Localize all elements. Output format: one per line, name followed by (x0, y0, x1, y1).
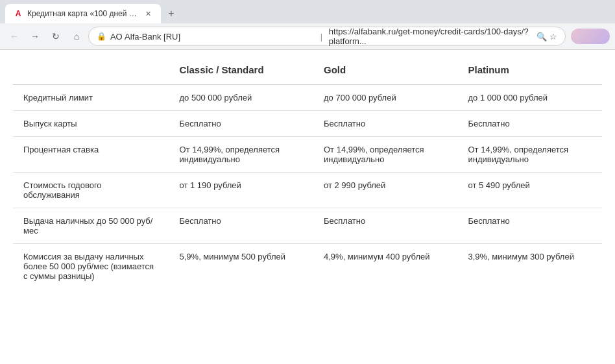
feature-value: от 5 490 рублей (457, 173, 602, 208)
table-row: Процентная ставкаОт 14,99%, определяется… (13, 137, 602, 173)
feature-value: От 14,99%, определяется индивидуально (169, 137, 313, 173)
active-tab[interactable]: А Кредитная карта «100 дней бе... ✕ (5, 4, 161, 23)
feature-value: Бесплатно (169, 208, 313, 244)
table-row: Комиссия за выдачу наличных более 50 000… (13, 244, 602, 289)
feature-value: до 500 000 рублей (169, 85, 313, 111)
tab-close-button[interactable]: ✕ (143, 8, 153, 19)
profile-avatar[interactable] (571, 29, 610, 44)
table-row: Выпуск картыБесплатноБесплатноБесплатно (13, 111, 602, 137)
feature-value: от 2 990 рублей (313, 173, 457, 208)
feature-value: до 1 000 000 рублей (457, 85, 602, 111)
tab-title: Кредитная карта «100 дней бе... (27, 9, 139, 18)
url-separator: | (318, 32, 325, 42)
header-feature (13, 60, 169, 85)
reload-button[interactable]: ↻ (47, 27, 65, 45)
feature-value: 4,9%, минимум 400 рублей (313, 244, 457, 289)
table-header-row: Classic / Standard Gold Platinum (13, 60, 602, 85)
header-platinum: Platinum (457, 60, 602, 85)
new-tab-button[interactable]: + (163, 6, 179, 21)
forward-button[interactable]: → (26, 27, 44, 45)
feature-label: Кредитный лимит (13, 85, 169, 111)
header-gold: Gold (313, 60, 457, 85)
feature-value: Бесплатно (457, 111, 602, 137)
tab-favicon: А (13, 8, 23, 19)
feature-value: 3,9%, минимум 300 рублей (457, 244, 602, 289)
page-content: Classic / Standard Gold Platinum Кредитн… (0, 50, 615, 299)
feature-value: от 1 190 рублей (169, 173, 313, 208)
home-button[interactable]: ⌂ (67, 27, 86, 45)
feature-value: Бесплатно (457, 208, 602, 244)
feature-label: Процентная ставка (13, 137, 169, 173)
feature-label: Комиссия за выдачу наличных более 50 000… (13, 244, 169, 289)
feature-value: От 14,99%, определяется индивидуально (313, 137, 457, 173)
feature-label: Стоимость годового обслуживания (13, 173, 169, 208)
tab-bar: А Кредитная карта «100 дней бе... ✕ + (0, 0, 615, 23)
feature-label: Выдача наличных до 50 000 руб/мес (13, 208, 169, 244)
bank-label: АО Alfa-Bank [RU] (110, 32, 314, 42)
feature-value: Бесплатно (169, 111, 313, 137)
browser-chrome: А Кредитная карта «100 дней бе... ✕ + ← … (0, 0, 615, 50)
search-icon[interactable]: 🔍 (537, 32, 547, 42)
address-icons: 🔍 ☆ (537, 32, 557, 42)
table-row: Кредитный лимитдо 500 000 рублейдо 700 0… (13, 85, 602, 111)
url-text: https://alfabank.ru/get-money/credit-car… (329, 27, 533, 46)
address-bar[interactable]: 🔒 АО Alfa-Bank [RU] | https://alfabank.r… (88, 27, 566, 46)
lock-icon: 🔒 (97, 32, 106, 41)
table-row: Стоимость годового обслуживанияот 1 190 … (13, 173, 602, 208)
table-row: Выдача наличных до 50 000 руб/месБесплат… (13, 208, 602, 244)
header-classic: Classic / Standard (169, 60, 313, 85)
feature-value: Бесплатно (313, 208, 457, 244)
feature-value: Бесплатно (313, 111, 457, 137)
nav-bar: ← → ↻ ⌂ 🔒 АО Alfa-Bank [RU] | https://al… (0, 23, 615, 49)
bookmark-icon[interactable]: ☆ (549, 32, 557, 42)
feature-value: 5,9%, минимум 500 рублей (169, 244, 313, 289)
back-button[interactable]: ← (5, 27, 23, 45)
feature-value: От 14,99%, определяется индивидуально (457, 137, 602, 173)
feature-label: Выпуск карты (13, 111, 169, 137)
feature-value: до 700 000 рублей (313, 85, 457, 111)
comparison-table: Classic / Standard Gold Platinum Кредитн… (13, 60, 602, 289)
